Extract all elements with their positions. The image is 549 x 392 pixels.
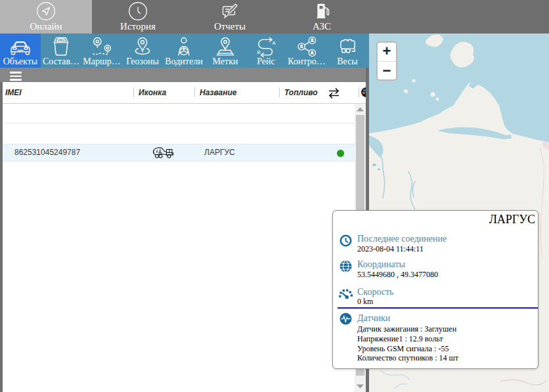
svg-text:A: A xyxy=(273,40,276,46)
svg-text:B: B xyxy=(257,49,261,55)
